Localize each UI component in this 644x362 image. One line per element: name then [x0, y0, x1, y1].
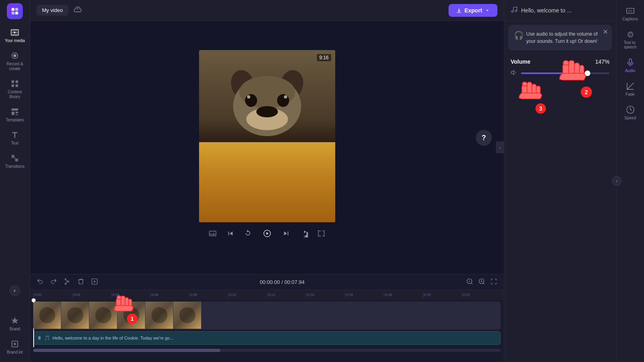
svg-point-21	[65, 279, 66, 280]
preview-collapse-button[interactable]: ›	[496, 141, 504, 153]
tick-0: 0:00	[33, 293, 72, 298]
fade-label: Fade	[626, 92, 635, 97]
sidebar-item-speed[interactable]: Speed	[617, 102, 644, 123]
track-thumbnail-5	[145, 302, 173, 329]
svg-point-20	[65, 284, 66, 285]
tick-8: 0:16	[345, 293, 384, 298]
timeline-ruler: 0:00 0:02 0:04 0:06 0:08 0:10 0:12 0:14 …	[30, 290, 504, 300]
sidebar-expand-button[interactable]	[9, 285, 20, 296]
svg-rect-11	[16, 84, 18, 87]
skip-button[interactable]	[298, 228, 310, 239]
volume-slider-fill	[521, 72, 588, 74]
redo-button[interactable]	[48, 276, 59, 288]
svg-marker-19	[266, 232, 268, 235]
volume-label: Volume	[511, 58, 531, 65]
svg-rect-10	[12, 84, 14, 87]
sidebar-item-content-library[interactable]: Contentlibrary	[1, 76, 29, 103]
volume-slider-track[interactable]	[521, 72, 610, 74]
tick-7: 0:14	[306, 293, 345, 298]
preview-main: 9:16	[30, 21, 504, 362]
delete-button[interactable]	[76, 276, 86, 288]
svg-rect-12	[12, 109, 18, 111]
fullscreen-button[interactable]	[316, 228, 327, 239]
panel-collapse-button[interactable]: ‹	[612, 176, 622, 186]
left-sidebar: Your media Record &create Contentlibrary…	[0, 0, 30, 362]
tick-9: 0:18	[384, 293, 423, 298]
replay-button[interactable]	[242, 228, 254, 239]
zoom-out-button[interactable]	[465, 276, 475, 288]
popup-text: Use audio to adjust the volume of your s…	[526, 30, 606, 45]
cloud-save-icon	[73, 5, 82, 16]
timeline-timecode: 00:00.00 / 00:07.94	[103, 279, 461, 285]
sidebar-item-brand-kit[interactable]: Brand kit	[1, 336, 29, 358]
video-frame: 9:16	[199, 50, 335, 222]
panel-header: Hello, welcome to ...	[504, 0, 616, 21]
add-to-timeline-button[interactable]	[89, 276, 100, 288]
popup-close-button[interactable]: ✕	[603, 28, 608, 36]
svg-text:CC: CC	[628, 9, 632, 13]
volume-value: 147%	[595, 58, 610, 65]
sidebar-item-captions[interactable]: CC Captions	[617, 3, 644, 24]
audio-track-icon: 🎵	[44, 335, 50, 341]
svg-rect-15	[16, 114, 18, 115]
svg-rect-2	[12, 12, 14, 14]
tts-label: Text tospeech	[624, 40, 636, 49]
volume-slider-thumb[interactable]	[585, 70, 590, 76]
video-title-button[interactable]: My video	[36, 5, 68, 16]
svg-point-26	[515, 10, 517, 12]
sidebar-item-text-to-speech[interactable]: Text tospeech	[617, 27, 644, 52]
timeline-ticks: 0:00 0:02 0:04 0:06 0:08 0:10 0:12 0:14 …	[33, 293, 501, 298]
audio-label: Audio	[625, 68, 636, 73]
audio-track[interactable]: ⏸ 🎵 Hello, welcome to a day in the life …	[33, 331, 501, 345]
preview-area: 9:16	[30, 21, 504, 274]
svg-rect-14	[16, 112, 18, 113]
sidebar-item-record-create[interactable]: Record &create	[1, 48, 29, 74]
timeline-area: 00:00.00 / 00:07.94	[30, 274, 504, 362]
sidebar-item-audio[interactable]: Audio	[617, 55, 644, 76]
video-preview: 9:16	[199, 50, 335, 222]
timeline-toolbar: 00:00.00 / 00:07.94	[30, 274, 504, 290]
topbar: My video Export	[30, 0, 504, 21]
track-thumbnail-6	[173, 302, 201, 329]
track-thumbnail-4	[117, 302, 145, 329]
svg-marker-5	[14, 31, 16, 34]
tick-11: 0:22	[462, 293, 501, 298]
timeline-tracks: ⏸ 🎵 Hello, welcome to a day in the life …	[30, 300, 504, 347]
play-button[interactable]	[260, 226, 274, 241]
tick-1: 0:02	[72, 293, 111, 298]
sidebar-item-templates[interactable]: Templates	[1, 104, 29, 126]
svg-rect-3	[15, 12, 18, 14]
zoom-in-button[interactable]	[477, 276, 487, 288]
volume-icon	[511, 69, 518, 78]
audio-track-label: Hello, welcome to a day in the life of C…	[52, 336, 173, 340]
fit-timeline-button[interactable]	[489, 276, 499, 288]
timeline-scrollbar[interactable]	[33, 349, 501, 352]
main-content: My video Export	[30, 0, 504, 362]
svg-marker-27	[511, 70, 514, 75]
aspect-ratio-badge: 9:16	[317, 54, 331, 61]
sidebar-item-your-media[interactable]: Your media	[1, 25, 29, 46]
export-button[interactable]: Export	[449, 4, 497, 17]
sidebar-item-transitions[interactable]: Transitions	[1, 151, 29, 172]
sidebar-item-text[interactable]: Text	[1, 127, 29, 149]
help-button[interactable]: ?	[476, 130, 492, 146]
volume-tooltip-popup: 🎧 Use audio to adjust the volume of your…	[508, 25, 612, 50]
sidebar-item-brand[interactable]: Brand	[1, 313, 29, 335]
svg-rect-13	[12, 112, 14, 115]
svg-rect-0	[12, 8, 14, 11]
video-controls	[30, 222, 504, 245]
app-logo[interactable]	[7, 3, 23, 19]
audio-waveform-icon: ⏸	[37, 335, 42, 341]
forward-button[interactable]	[281, 228, 292, 239]
svg-point-7	[13, 54, 16, 57]
timeline-scrollbar-thumb[interactable]	[33, 349, 220, 352]
rewind-button[interactable]	[225, 228, 236, 239]
video-track[interactable]	[33, 302, 501, 330]
undo-button[interactable]	[35, 276, 45, 288]
track-thumbnail-1	[33, 302, 61, 329]
captions-toggle-button[interactable]	[207, 228, 218, 239]
cut-button[interactable]	[62, 276, 72, 288]
sidebar-item-fade[interactable]: Fade	[617, 78, 644, 100]
music-icon	[511, 6, 518, 14]
captions-label: Captions	[622, 17, 638, 21]
